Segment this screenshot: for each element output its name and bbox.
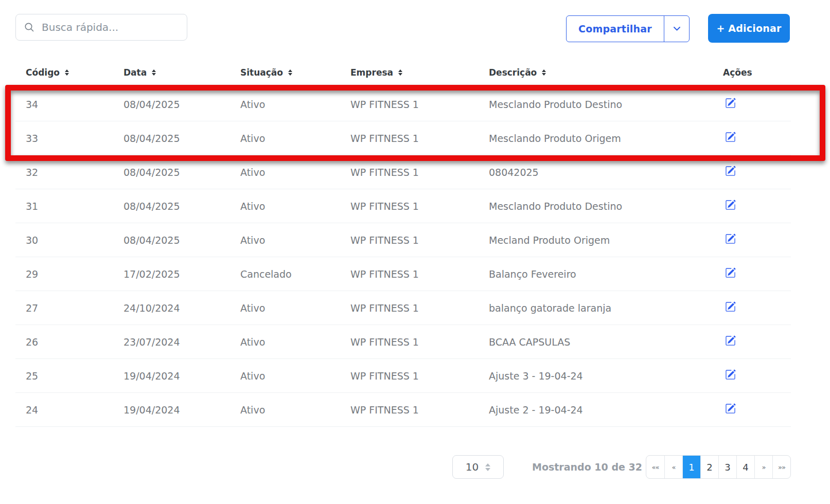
- sort-icon: [152, 69, 156, 76]
- table-row: 31 08/04/2025 Ativo WP FITNESS 1 Mesclan…: [15, 189, 791, 223]
- cell-data: 17/02/2025: [113, 268, 230, 280]
- sort-icon: [398, 69, 402, 76]
- cell-data: 23/07/2024: [113, 336, 230, 348]
- share-button[interactable]: Compartilhar: [567, 16, 664, 42]
- sort-icon: [542, 69, 546, 76]
- cell-codigo: 33: [15, 133, 113, 144]
- cell-acoes: [713, 166, 791, 178]
- cell-situacao: Ativo: [230, 133, 340, 144]
- cell-empresa: WP FITNESS 1: [340, 370, 479, 382]
- cell-descricao: Mesclando Produto Destino: [479, 99, 713, 110]
- pagination-first[interactable]: ««: [646, 456, 664, 478]
- cell-empresa: WP FITNESS 1: [340, 99, 479, 110]
- cell-situacao: Cancelado: [230, 268, 340, 280]
- sort-icon: [288, 69, 292, 76]
- cell-acoes: [713, 267, 791, 280]
- pagination-prev[interactable]: «: [664, 456, 682, 478]
- cell-empresa: WP FITNESS 1: [340, 302, 479, 314]
- cell-data: 24/10/2024: [113, 302, 230, 314]
- table-row: 26 23/07/2024 Ativo WP FITNESS 1 BCAA CA…: [15, 325, 791, 359]
- cell-codigo: 34: [15, 99, 113, 110]
- cell-codigo: 32: [15, 167, 113, 178]
- edit-button[interactable]: [725, 132, 736, 142]
- showing-count-label: Mostrando 10 de 32: [532, 461, 623, 473]
- cell-data: 08/04/2025: [113, 99, 230, 110]
- cell-data: 19/04/2024: [113, 370, 230, 382]
- page-size-value: 10: [466, 461, 479, 473]
- column-header[interactable]: Data: [113, 67, 230, 78]
- edit-button[interactable]: [725, 200, 736, 210]
- cell-empresa: WP FITNESS 1: [340, 235, 479, 246]
- edit-button[interactable]: [725, 335, 736, 346]
- share-split-button[interactable]: Compartilhar: [566, 15, 690, 42]
- cell-empresa: WP FITNESS 1: [340, 201, 479, 212]
- edit-icon: [725, 408, 736, 416]
- pagination-page-3[interactable]: 3: [718, 456, 736, 478]
- cell-situacao: Ativo: [230, 201, 340, 212]
- table-row: 33 08/04/2025 Ativo WP FITNESS 1 Mesclan…: [15, 121, 791, 155]
- column-header-label: Empresa: [350, 67, 393, 78]
- cell-empresa: WP FITNESS 1: [340, 133, 479, 144]
- cell-acoes: [713, 132, 791, 145]
- cell-data: 08/04/2025: [113, 235, 230, 246]
- pagination-page-2[interactable]: 2: [700, 456, 718, 478]
- edit-button[interactable]: [725, 166, 736, 176]
- cell-descricao: Mecland Produto Origem: [479, 235, 713, 246]
- cell-codigo: 29: [15, 268, 113, 280]
- cell-codigo: 27: [15, 302, 113, 314]
- table-footer: 10 Mostrando 10 de 32 «««1234»»»: [15, 455, 791, 479]
- cell-situacao: Ativo: [230, 302, 340, 314]
- edit-icon: [725, 238, 736, 246]
- edit-button[interactable]: [725, 369, 736, 380]
- column-header-label: Situação: [240, 67, 283, 78]
- pagination-page-4[interactable]: 4: [736, 456, 754, 478]
- stepper-icon: [485, 463, 490, 471]
- cell-acoes: [713, 369, 791, 382]
- edit-button[interactable]: [725, 403, 736, 414]
- cell-descricao: Ajuste 3 - 19-04-24: [479, 370, 713, 382]
- column-header[interactable]: Situação: [230, 67, 340, 78]
- table-row: 29 17/02/2025 Cancelado WP FITNESS 1 Bal…: [15, 257, 791, 291]
- cell-situacao: Ativo: [230, 167, 340, 178]
- column-header-label: Data: [123, 67, 147, 78]
- pagination-next[interactable]: »: [754, 456, 772, 478]
- cell-codigo: 24: [15, 404, 113, 416]
- cell-data: 08/04/2025: [113, 167, 230, 178]
- column-header-label: Código: [26, 67, 60, 78]
- edit-icon: [725, 374, 736, 382]
- column-header[interactable]: Empresa: [340, 67, 479, 78]
- edit-icon: [725, 102, 736, 110]
- cell-codigo: 25: [15, 370, 113, 382]
- cell-acoes: [713, 233, 791, 246]
- add-button[interactable]: + Adicionar: [708, 14, 790, 43]
- edit-button[interactable]: [725, 98, 736, 109]
- pagination-page-1[interactable]: 1: [682, 456, 700, 478]
- column-header[interactable]: Descrição: [479, 67, 713, 78]
- table-row: 27 24/10/2024 Ativo WP FITNESS 1 balanço…: [15, 291, 791, 325]
- column-header[interactable]: Código: [15, 67, 113, 78]
- page-size-select[interactable]: 10: [452, 455, 504, 479]
- pagination: «««1234»»»: [646, 455, 791, 479]
- cell-empresa: WP FITNESS 1: [340, 167, 479, 178]
- chevron-down-icon: [673, 26, 681, 31]
- records-table: Código Data Situação Empresa Descrição A…: [15, 58, 791, 427]
- pagination-last[interactable]: »»: [772, 456, 790, 478]
- search-icon: [24, 22, 35, 33]
- table-body: 34 08/04/2025 Ativo WP FITNESS 1 Mesclan…: [15, 87, 791, 427]
- cell-descricao: Balanço Fevereiro: [479, 268, 713, 280]
- cell-acoes: [713, 98, 791, 111]
- share-dropdown-toggle[interactable]: [664, 16, 689, 42]
- edit-icon: [725, 204, 736, 212]
- cell-data: 19/04/2024: [113, 404, 230, 416]
- cell-descricao: Mesclando Produto Origem: [479, 133, 713, 144]
- table-header-row: Código Data Situação Empresa Descrição A…: [15, 58, 791, 87]
- cell-situacao: Ativo: [230, 235, 340, 246]
- search-input[interactable]: [41, 21, 179, 34]
- cell-descricao: BCAA CAPSULAS: [479, 336, 713, 348]
- edit-button[interactable]: [725, 233, 736, 244]
- edit-button[interactable]: [725, 267, 736, 278]
- table-row: 30 08/04/2025 Ativo WP FITNESS 1 Mecland…: [15, 223, 791, 257]
- edit-button[interactable]: [725, 301, 736, 312]
- cell-situacao: Ativo: [230, 404, 340, 416]
- column-header: Ações: [713, 67, 791, 78]
